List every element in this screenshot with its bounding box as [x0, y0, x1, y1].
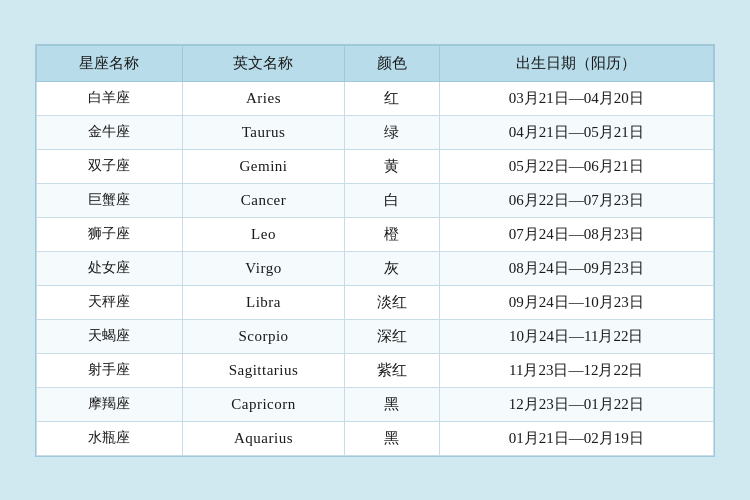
- cell-english-name: Leo: [182, 217, 344, 251]
- cell-english-name: Gemini: [182, 149, 344, 183]
- cell-chinese-name: 天秤座: [37, 285, 183, 319]
- cell-english-name: Scorpio: [182, 319, 344, 353]
- cell-chinese-name: 处女座: [37, 251, 183, 285]
- cell-color: 紫红: [345, 353, 439, 387]
- cell-dates: 06月22日—07月23日: [439, 183, 713, 217]
- cell-color: 淡红: [345, 285, 439, 319]
- cell-color: 白: [345, 183, 439, 217]
- header-color: 颜色: [345, 45, 439, 81]
- table-row: 水瓶座Aquarius黑01月21日—02月19日: [37, 421, 714, 455]
- cell-english-name: Taurus: [182, 115, 344, 149]
- header-english-name: 英文名称: [182, 45, 344, 81]
- table-row: 双子座Gemini黄05月22日—06月21日: [37, 149, 714, 183]
- cell-chinese-name: 双子座: [37, 149, 183, 183]
- cell-dates: 11月23日—12月22日: [439, 353, 713, 387]
- cell-color: 灰: [345, 251, 439, 285]
- cell-color: 黑: [345, 421, 439, 455]
- cell-color: 黑: [345, 387, 439, 421]
- cell-dates: 01月21日—02月19日: [439, 421, 713, 455]
- zodiac-table: 星座名称 英文名称 颜色 出生日期（阳历） 白羊座Aries红03月21日—04…: [36, 45, 714, 456]
- table-row: 金牛座Taurus绿04月21日—05月21日: [37, 115, 714, 149]
- cell-english-name: Capricorn: [182, 387, 344, 421]
- cell-color: 绿: [345, 115, 439, 149]
- table-row: 巨蟹座Cancer白06月22日—07月23日: [37, 183, 714, 217]
- header-chinese-name: 星座名称: [37, 45, 183, 81]
- zodiac-table-container: 星座名称 英文名称 颜色 出生日期（阳历） 白羊座Aries红03月21日—04…: [35, 44, 715, 457]
- cell-color: 深红: [345, 319, 439, 353]
- cell-chinese-name: 水瓶座: [37, 421, 183, 455]
- cell-chinese-name: 巨蟹座: [37, 183, 183, 217]
- cell-dates: 03月21日—04月20日: [439, 81, 713, 115]
- cell-dates: 10月24日—11月22日: [439, 319, 713, 353]
- cell-dates: 08月24日—09月23日: [439, 251, 713, 285]
- table-body: 白羊座Aries红03月21日—04月20日金牛座Taurus绿04月21日—0…: [37, 81, 714, 455]
- cell-english-name: Virgo: [182, 251, 344, 285]
- cell-dates: 09月24日—10月23日: [439, 285, 713, 319]
- cell-chinese-name: 摩羯座: [37, 387, 183, 421]
- cell-color: 橙: [345, 217, 439, 251]
- cell-color: 红: [345, 81, 439, 115]
- cell-english-name: Cancer: [182, 183, 344, 217]
- cell-english-name: Libra: [182, 285, 344, 319]
- cell-chinese-name: 射手座: [37, 353, 183, 387]
- cell-dates: 07月24日—08月23日: [439, 217, 713, 251]
- table-row: 天蝎座Scorpio深红10月24日—11月22日: [37, 319, 714, 353]
- cell-dates: 04月21日—05月21日: [439, 115, 713, 149]
- cell-english-name: Sagittarius: [182, 353, 344, 387]
- table-row: 射手座Sagittarius紫红11月23日—12月22日: [37, 353, 714, 387]
- cell-chinese-name: 金牛座: [37, 115, 183, 149]
- cell-chinese-name: 天蝎座: [37, 319, 183, 353]
- cell-english-name: Aquarius: [182, 421, 344, 455]
- cell-color: 黄: [345, 149, 439, 183]
- table-row: 白羊座Aries红03月21日—04月20日: [37, 81, 714, 115]
- table-header-row: 星座名称 英文名称 颜色 出生日期（阳历）: [37, 45, 714, 81]
- table-row: 处女座Virgo灰08月24日—09月23日: [37, 251, 714, 285]
- table-row: 狮子座Leo橙07月24日—08月23日: [37, 217, 714, 251]
- cell-dates: 12月23日—01月22日: [439, 387, 713, 421]
- table-row: 天秤座Libra淡红09月24日—10月23日: [37, 285, 714, 319]
- cell-chinese-name: 白羊座: [37, 81, 183, 115]
- table-row: 摩羯座Capricorn黑12月23日—01月22日: [37, 387, 714, 421]
- cell-dates: 05月22日—06月21日: [439, 149, 713, 183]
- cell-chinese-name: 狮子座: [37, 217, 183, 251]
- header-dates: 出生日期（阳历）: [439, 45, 713, 81]
- cell-english-name: Aries: [182, 81, 344, 115]
